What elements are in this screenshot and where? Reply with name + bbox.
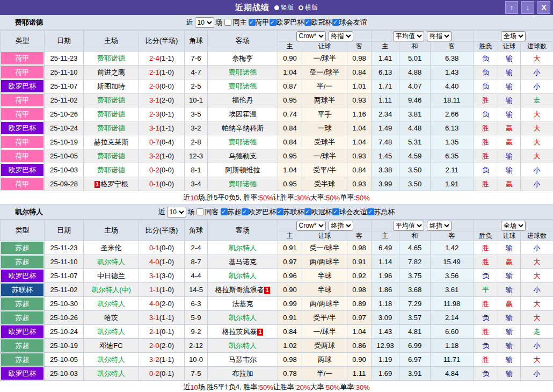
handicap-result: 输 — [498, 66, 521, 79]
euro-odds-source-select[interactable]: 平均值 — [393, 31, 424, 41]
away-team-cell: 布拉加 — [208, 367, 278, 381]
euro-away-odds: 4.84 — [431, 367, 474, 381]
home-team-cell: 圣米伦 — [84, 241, 139, 255]
goals-result: 小 — [521, 339, 553, 353]
euro-draw-odds: 3.50 — [399, 163, 431, 177]
half-score: (1-0) — [159, 68, 174, 76]
euro-draw-odds: 3.91 — [399, 367, 431, 381]
goals-result: 走 — [521, 325, 553, 339]
summary-segment: 大率: — [310, 193, 326, 202]
match-count-select[interactable]: 10 — [167, 207, 186, 217]
league-cell: 苏超 — [1, 311, 45, 325]
summary-segment: 场,胜5平0负5, 胜率: — [198, 193, 259, 202]
asian-away-odds: 0.89 — [347, 297, 372, 311]
league-filter-欧冠杯[interactable]: 欧冠杯 — [304, 207, 332, 217]
euro-draw-odds: 4.88 — [399, 66, 431, 79]
filter-controls: 近 10 场 同主 荷甲欧罗巴杯欧冠杯球会友谊 — [186, 17, 367, 28]
league-filter-球会友谊[interactable]: 球会友谊 — [332, 18, 367, 27]
home-team-cell: 费耶诺德 — [84, 93, 139, 107]
score-cell: 4-0(1-0) — [139, 255, 185, 269]
full-score: 3-2 — [149, 355, 159, 364]
layout-radio-vertical[interactable]: 竖版 — [274, 3, 294, 12]
handicap-result: 赢 — [498, 297, 521, 311]
league-filter-label: 欧罗巴杯 — [249, 207, 276, 217]
euro-away-odds: 3.56 — [431, 269, 474, 283]
date-cell: 25-09-28 — [45, 177, 84, 191]
asian-away-odds: 0.92 — [347, 269, 372, 283]
scope-select[interactable]: 全场 — [501, 31, 526, 41]
goals-result: 小 — [521, 283, 553, 297]
league-filter-欧罗巴杯[interactable]: 欧罗巴杯 — [270, 18, 304, 27]
half-score: (3-0) — [159, 272, 174, 280]
euro-odds-source-select[interactable]: 平均值 — [393, 221, 424, 231]
league-filter-label: 欧罗巴杯 — [276, 18, 304, 27]
checkbox-checked-icon — [332, 208, 339, 215]
full-score: 1-1 — [149, 286, 159, 294]
away-team-name: 格拉斯哥流浪者 — [215, 286, 264, 294]
euro-odds-time-select[interactable]: 终指 — [427, 31, 452, 41]
asian-odds-time-select[interactable]: 终指 — [329, 221, 353, 231]
near-label: 近 — [186, 18, 193, 27]
handicap-line: 两球半 — [302, 93, 347, 107]
date-cell: 25-11-10 — [45, 66, 84, 79]
euro-away-odds: 1.42 — [431, 241, 474, 255]
col-header-home: 主场 — [84, 31, 139, 52]
half-score: (2-0) — [159, 96, 174, 104]
bookmaker-select[interactable]: Crow* — [296, 31, 326, 41]
move-up-button[interactable]: ↑ — [505, 1, 518, 14]
goals-result: 大 — [521, 121, 553, 135]
home-team-name: 费耶诺德 — [97, 166, 125, 174]
league-filter-球会友谊[interactable]: 球会友谊 — [332, 207, 367, 217]
asian-odds-header: Crow* 终指 — [278, 31, 372, 42]
asian-away-odds: 0.86 — [347, 339, 372, 353]
layout-radio-horizontal[interactable]: 横版 — [299, 3, 318, 12]
asian-odds-time-select[interactable]: 终指 — [329, 31, 353, 41]
same-venue-checkbox[interactable] — [224, 19, 231, 26]
league-filter-荷甲[interactable]: 荷甲 — [249, 18, 270, 27]
full-score: 0-1 — [149, 180, 159, 188]
asian-away-odds: 1.16 — [347, 107, 372, 121]
close-button[interactable]: X — [537, 1, 550, 14]
away-team-cell: 奈梅亨 — [208, 52, 278, 66]
league-filter-苏总杯[interactable]: 苏总杯 — [367, 207, 395, 217]
league-filter-苏超[interactable]: 苏超 — [221, 207, 242, 217]
asian-away-odds: 1.04 — [347, 325, 372, 339]
handicap-result: 赢 — [498, 121, 521, 135]
team-name: 费耶诺德 — [15, 18, 43, 27]
same-venue-checkbox[interactable] — [197, 208, 203, 215]
league-filter-group: 苏超欧罗巴杯苏联杯欧冠杯球会友谊苏总杯 — [221, 207, 395, 217]
league-filter-欧罗巴杯[interactable]: 欧罗巴杯 — [242, 207, 276, 217]
match-row: 苏超25-10-19邓迪FC2-0(2-0)2-12凯尔特人1.02受两球0.8… — [1, 339, 553, 353]
bookmaker-select[interactable]: Crow* — [296, 221, 326, 231]
league-filter-欧冠杯[interactable]: 欧冠杯 — [304, 18, 332, 27]
match-count-select[interactable]: 10 — [195, 17, 214, 28]
subcol-euro-draw: 和 — [399, 42, 431, 52]
home-team-cell: 1格罗宁根 — [84, 177, 139, 191]
handicap-result: 赢 — [498, 177, 521, 191]
checkbox-checked-icon — [249, 19, 256, 26]
full-score: 0-7 — [149, 138, 159, 146]
half-score: (1-1) — [159, 314, 174, 322]
winloss-result: 负 — [474, 269, 498, 283]
match-row: 荷甲25-10-19赫拉克莱斯0-7(0-4)2-8费耶诺德0.84受球半1.0… — [1, 135, 553, 149]
scope-select[interactable]: 全场 — [501, 221, 526, 231]
full-score: 3-1 — [149, 314, 159, 322]
euro-odds-time-select[interactable]: 终指 — [427, 221, 452, 231]
full-score: 0-2 — [149, 369, 159, 378]
away-team-name: 奈梅亨 — [232, 54, 253, 62]
handicap-line: 受平/半 — [302, 163, 347, 177]
subcol-goals: 进球数 — [521, 231, 553, 241]
euro-away-odds: 1.18 — [431, 339, 474, 353]
goals-result: 大 — [521, 52, 553, 66]
euro-home-odds: 6.49 — [372, 241, 399, 255]
handicap-line: 半/一 — [302, 367, 347, 381]
euro-away-odds: 1.91 — [431, 177, 474, 191]
euro-away-odds: 2.66 — [431, 107, 474, 121]
move-down-button[interactable]: ↓ — [521, 1, 534, 14]
league-filter-苏联杯[interactable]: 苏联杯 — [276, 207, 304, 217]
match-row: 荷甲25-10-26费耶诺德2-3(0-1)3-5埃因霍温0.74平手1.162… — [1, 107, 553, 121]
full-score: 0-1 — [149, 244, 159, 252]
euro-home-odds: 1.43 — [372, 325, 399, 339]
goals-result: 大 — [521, 255, 553, 269]
checkbox-checked-icon — [304, 19, 311, 26]
